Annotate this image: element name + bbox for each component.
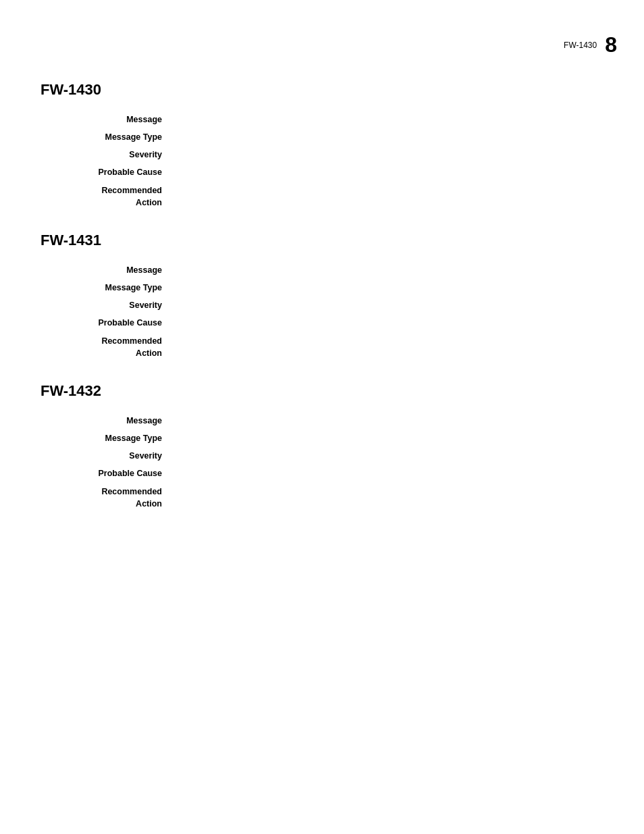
entry-fields-fw-1431: MessageMessage TypeSeverityProbable Caus… (41, 261, 603, 363)
field-label: Severity (41, 447, 176, 465)
field-value (176, 447, 603, 465)
field-row: Probable Cause (41, 163, 603, 181)
entry-title-fw-1431: FW-1431 (41, 232, 603, 249)
field-value (176, 181, 603, 213)
entry-title-fw-1430: FW-1430 (41, 81, 603, 99)
field-row: Message Type (41, 429, 603, 447)
field-label: RecommendedAction (41, 181, 176, 213)
entry-title-fw-1432: FW-1432 (41, 382, 603, 400)
field-label: Probable Cause (41, 314, 176, 332)
field-row: Message (41, 261, 603, 279)
field-value (176, 314, 603, 332)
field-row: RecommendedAction (41, 482, 603, 514)
field-value (176, 146, 603, 163)
field-row: Message (41, 111, 603, 128)
entry-fw-1431: FW-1431MessageMessage TypeSeverityProbab… (41, 232, 603, 363)
field-row: RecommendedAction (41, 181, 603, 213)
field-label: RecommendedAction (41, 482, 176, 514)
entry-fields-fw-1430: MessageMessage TypeSeverityProbable Caus… (41, 111, 603, 213)
field-row: RecommendedAction (41, 332, 603, 363)
field-value (176, 296, 603, 314)
field-value (176, 412, 603, 429)
field-value (176, 332, 603, 363)
page-header: FW-1430 8 (564, 32, 617, 57)
field-value (176, 261, 603, 279)
field-label: Probable Cause (41, 163, 176, 181)
field-label: Message (41, 111, 176, 128)
field-row: Message Type (41, 128, 603, 146)
field-label: Message Type (41, 279, 176, 296)
field-row: Probable Cause (41, 465, 603, 482)
field-row: Severity (41, 146, 603, 163)
field-value (176, 482, 603, 514)
field-label: Message Type (41, 429, 176, 447)
field-value (176, 429, 603, 447)
field-label: Message (41, 412, 176, 429)
entry-fw-1430: FW-1430MessageMessage TypeSeverityProbab… (41, 81, 603, 213)
field-row: Severity (41, 296, 603, 314)
entry-fw-1432: FW-1432MessageMessage TypeSeverityProbab… (41, 382, 603, 514)
field-label: Probable Cause (41, 465, 176, 482)
header-page-number: 8 (605, 32, 617, 57)
field-label: Message Type (41, 128, 176, 146)
entry-fields-fw-1432: MessageMessage TypeSeverityProbable Caus… (41, 412, 603, 514)
field-value (176, 111, 603, 128)
field-row: Severity (41, 447, 603, 465)
field-value (176, 279, 603, 296)
header-code: FW-1430 (564, 41, 597, 50)
field-label: Severity (41, 146, 176, 163)
field-row: Message (41, 412, 603, 429)
field-value (176, 163, 603, 181)
field-value (176, 128, 603, 146)
field-label: Message (41, 261, 176, 279)
field-value (176, 465, 603, 482)
page-content: FW-1430MessageMessage TypeSeverityProbab… (0, 0, 644, 573)
field-row: Probable Cause (41, 314, 603, 332)
field-row: Message Type (41, 279, 603, 296)
field-label: RecommendedAction (41, 332, 176, 363)
field-label: Severity (41, 296, 176, 314)
